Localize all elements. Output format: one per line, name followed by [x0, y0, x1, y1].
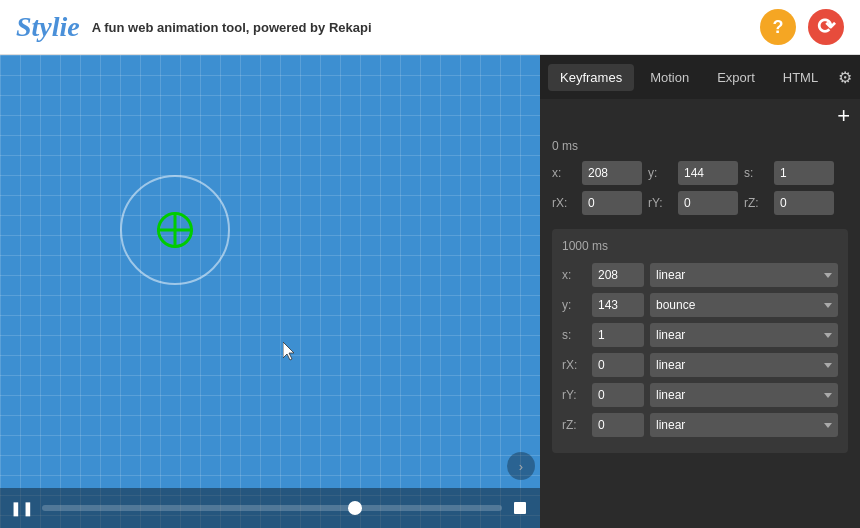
brand-name: Rekapi [329, 20, 372, 35]
rx-label-0: rX: [552, 196, 576, 210]
panel-body: 0 ms x: y: s: rX: rY: rZ: [540, 127, 860, 528]
prop-row-x-1000: x: linearbounceeaseIneaseOuteaseInOut [562, 263, 838, 287]
ry-input-0[interactable] [678, 191, 738, 215]
y-easing-1000[interactable]: linearbounceeaseIneaseOuteaseInOut [650, 293, 838, 317]
field-row-x-0: x: y: s: [552, 161, 848, 185]
ry-easing-1000[interactable]: linearbounceeaseIneaseOuteaseInOut [650, 383, 838, 407]
stop-icon [514, 502, 526, 514]
s-label-1000: s: [562, 328, 586, 342]
s-input-1000[interactable] [592, 323, 644, 347]
canvas-area[interactable]: Keyframes Motion Export HTML ⚙ + 0 ms x:… [0, 55, 860, 528]
scrubber-track[interactable] [42, 505, 502, 511]
rx-easing-1000[interactable]: linearbounceeaseIneaseOuteaseInOut [650, 353, 838, 377]
scroll-indicator[interactable]: › [507, 452, 535, 480]
ry-label-0: rY: [648, 196, 672, 210]
tagline-text: A fun web animation tool, powered by [92, 20, 326, 35]
help-button[interactable]: ? [760, 9, 796, 45]
crosshair [157, 212, 193, 248]
y-label-1000: y: [562, 298, 586, 312]
tab-html[interactable]: HTML [771, 64, 830, 91]
chevron-right-icon: › [519, 459, 523, 474]
scrubber-handle[interactable] [348, 501, 362, 515]
rz-input-1000[interactable] [592, 413, 644, 437]
ry-input-1000[interactable] [592, 383, 644, 407]
x-input-1000[interactable] [592, 263, 644, 287]
crosshair-circle [157, 212, 193, 248]
y-input-1000[interactable] [592, 293, 644, 317]
right-panel: Keyframes Motion Export HTML ⚙ + 0 ms x:… [540, 55, 860, 528]
stop-button[interactable] [510, 498, 530, 518]
animated-element[interactable] [120, 175, 230, 285]
rz-easing-1000[interactable]: linearbounceeaseIneaseOuteaseInOut [650, 413, 838, 437]
prop-row-rx-1000: rX: linearbounceeaseIneaseOuteaseInOut [562, 353, 838, 377]
mouse-cursor [283, 342, 295, 362]
y-label-0: y: [648, 166, 672, 180]
field-row-r-0: rX: rY: rZ: [552, 191, 848, 215]
s-input-0[interactable] [774, 161, 834, 185]
rx-input-0[interactable] [582, 191, 642, 215]
rz-input-0[interactable] [774, 191, 834, 215]
rx-input-1000[interactable] [592, 353, 644, 377]
tagline: A fun web animation tool, powered by Rek… [92, 20, 748, 35]
header: Stylie A fun web animation tool, powered… [0, 0, 860, 55]
pause-button[interactable]: ❚❚ [10, 496, 34, 520]
tabs-bar: Keyframes Motion Export HTML ⚙ [540, 55, 860, 99]
prop-row-s-1000: s: linearbounceeaseIneaseOuteaseInOut [562, 323, 838, 347]
x-label-0: x: [552, 166, 576, 180]
keyframe-1000ms: 1000 ms x: linearbounceeaseIneaseOutease… [552, 229, 848, 453]
keyframe-1000ms-time: 1000 ms [562, 239, 838, 253]
keyframe-0ms-time: 0 ms [552, 139, 848, 153]
prop-row-rz-1000: rZ: linearbounceeaseIneaseOuteaseInOut [562, 413, 838, 437]
y-input-0[interactable] [678, 161, 738, 185]
playback-controls: ❚❚ [0, 488, 540, 528]
prop-row-y-1000: y: linearbounceeaseIneaseOuteaseInOut [562, 293, 838, 317]
tab-export[interactable]: Export [705, 64, 767, 91]
s-easing-1000[interactable]: linearbounceeaseIneaseOuteaseInOut [650, 323, 838, 347]
keyframe-0ms: 0 ms x: y: s: rX: rY: rZ: [552, 139, 848, 215]
logo: Stylie [16, 11, 80, 43]
x-input-0[interactable] [582, 161, 642, 185]
ry-label-1000: rY: [562, 388, 586, 402]
refresh-button[interactable]: ⟳ [808, 9, 844, 45]
x-easing-1000[interactable]: linearbounceeaseIneaseOuteaseInOut [650, 263, 838, 287]
rz-label-1000: rZ: [562, 418, 586, 432]
rx-label-1000: rX: [562, 358, 586, 372]
rz-label-0: rZ: [744, 196, 768, 210]
prop-row-ry-1000: rY: linearbounceeaseIneaseOuteaseInOut [562, 383, 838, 407]
tab-keyframes[interactable]: Keyframes [548, 64, 634, 91]
s-label-0: s: [744, 166, 768, 180]
x-label-1000: x: [562, 268, 586, 282]
add-keyframe-button[interactable]: + [837, 105, 850, 127]
tab-motion[interactable]: Motion [638, 64, 701, 91]
settings-button[interactable]: ⚙ [838, 68, 852, 87]
